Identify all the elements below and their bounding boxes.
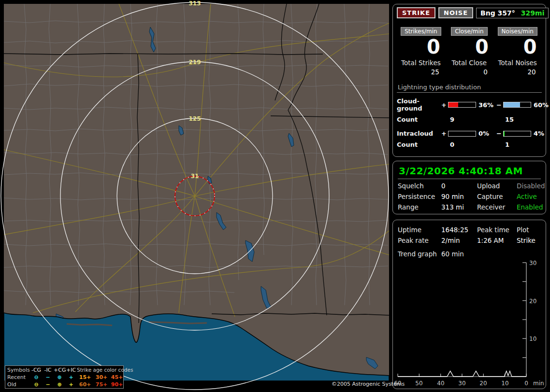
trend-graph: 30 20 10 60 50 40 30 20 10 0 min	[394, 260, 546, 388]
svg-text:10: 10	[529, 336, 536, 342]
ic-positive-bar	[448, 131, 476, 137]
svg-text:20: 20	[479, 380, 487, 387]
svg-text:20: 20	[529, 298, 536, 305]
datetime-display: 3/22/2026 4:40:18 AM	[398, 164, 541, 179]
total-close-label: Total Close	[445, 59, 493, 67]
svg-text:0: 0	[524, 380, 528, 387]
map-canvas: 313 219 125 31	[4, 4, 389, 381]
strikes-per-min-value: 0	[397, 36, 445, 58]
total-strikes-label: Total Strikes	[397, 59, 445, 67]
legend-row-old: Old	[6, 381, 30, 388]
upload-status: Disabled	[517, 182, 545, 190]
peak-time-value: 1:26 AM	[477, 237, 517, 244]
trend-axes	[398, 263, 526, 377]
total-strikes-value: 25	[397, 68, 445, 76]
noise-mode-button[interactable]: NOISE	[438, 7, 473, 18]
strikes-per-min-header[interactable]: Strikes/min	[401, 27, 441, 36]
ring-label-31: 31	[191, 173, 199, 180]
trend-window-value: 60 min	[441, 250, 541, 258]
close-per-min-value: 0	[445, 36, 493, 58]
rate-counters: Strikes/min 0 Total Strikes 25 Close/min…	[397, 26, 542, 76]
cg-positive-bar	[448, 102, 476, 108]
status-panel: 3/22/2026 4:40:18 AM Squelch 0 Upload Di…	[392, 161, 546, 214]
capture-status: Active	[517, 193, 541, 200]
ring-label-313: 313	[188, 0, 201, 7]
cloud-ground-row: Cloud-ground + 36% − 60%	[397, 98, 542, 112]
old-plus-ic-icon: +	[65, 381, 77, 388]
plus-sign: +	[441, 130, 448, 137]
bearing-distance: 329mi	[521, 9, 545, 17]
old-minus-ic-icon: −	[42, 381, 54, 388]
legend-row-recent: Recent	[6, 374, 30, 381]
noises-counter: Noises/min 0 Total Noises 20	[493, 26, 542, 76]
noises-per-min-header[interactable]: Noises/min	[498, 27, 537, 36]
total-noises-label: Total Noises	[493, 59, 542, 67]
svg-text:50: 50	[415, 380, 422, 387]
plot-mode-value: Strike	[517, 237, 541, 244]
legend-age-header: Strike age color codes	[77, 366, 124, 374]
recent-minus-cg-icon: ⊖	[30, 374, 42, 381]
copyright-text: ©2005 Astrogenic Systems	[332, 381, 405, 387]
minus-sign: −	[496, 101, 503, 109]
map-legend: Symbols -CG -IC +CG +IC Strike age color…	[5, 365, 124, 389]
legend-symbols-header: Symbols	[6, 366, 30, 374]
intracloud-count-row: Count 0 1	[397, 141, 542, 148]
svg-text:30: 30	[529, 260, 536, 266]
uptime-value: 1648:25	[441, 226, 477, 234]
nexstorm-window: 313 219 125 31 Symbols -CG -IC +CG +IC S…	[0, 0, 550, 392]
close-per-min-header[interactable]: Close/min	[451, 27, 487, 36]
uptime-row: Uptime 1648:25 Peak time Plot	[398, 226, 541, 234]
status-row: Persistence 90 min Capture Active	[398, 193, 541, 200]
total-close-value: 0	[445, 68, 493, 76]
close-counter: Close/min 0 Total Close 0	[445, 26, 493, 76]
strike-stats-panel: STRIKE NOISE Bng 357°329mi Strikes/min 0…	[392, 4, 546, 157]
strike-mode-button[interactable]: STRIKE	[397, 7, 435, 18]
ring-label-125: 125	[188, 115, 201, 122]
lightning-map[interactable]: 313 219 125 31	[4, 4, 389, 381]
trend-y-labels: 30 20 10	[529, 260, 536, 342]
status-row: Squelch 0 Upload Disabled	[398, 182, 541, 190]
ic-negative-bar	[503, 131, 531, 137]
plus-sign: +	[441, 101, 448, 109]
minus-sign: −	[496, 130, 503, 137]
total-noises-value: 20	[493, 68, 542, 76]
old-minus-cg-icon: ⊖	[30, 381, 42, 388]
svg-text:30: 30	[458, 380, 465, 387]
recent-plus-ic-icon: +	[65, 374, 77, 381]
cloud-ground-count-row: Count 9 15	[397, 116, 542, 123]
ring-label-219: 219	[188, 59, 201, 66]
trend-panel: Uptime 1648:25 Peak time Plot Peak rate …	[392, 220, 546, 389]
trend-x-labels: 60 50 40 30 20 10 0 min	[394, 380, 544, 387]
noises-per-min-value: 0	[493, 36, 542, 58]
bearing-readout: Bng 357°329mi	[476, 8, 549, 18]
trend-graph-label-row: Trend graph 60 min	[398, 250, 541, 258]
svg-text:40: 40	[437, 380, 444, 387]
recent-minus-ic-icon: −	[42, 374, 54, 381]
peak-rate-value: 2/min	[441, 237, 477, 244]
old-plus-cg-icon: ⊕	[54, 381, 65, 388]
distribution-title: Lightning type distribution	[397, 84, 542, 93]
recent-plus-cg-icon: ⊕	[54, 374, 65, 381]
trend-x-unit: min	[533, 380, 544, 387]
receiver-status: Enabled	[517, 203, 543, 211]
cg-negative-bar	[503, 102, 531, 108]
status-row: Range 313 mi Receiver Enabled	[398, 203, 541, 211]
strikes-counter: Strikes/min 0 Total Strikes 25	[397, 26, 445, 76]
intracloud-row: Intracloud + 0% − 4%	[397, 130, 542, 137]
peak-rate-row: Peak rate 2/min 1:26 AM Strike	[398, 237, 541, 244]
svg-text:10: 10	[501, 380, 508, 387]
